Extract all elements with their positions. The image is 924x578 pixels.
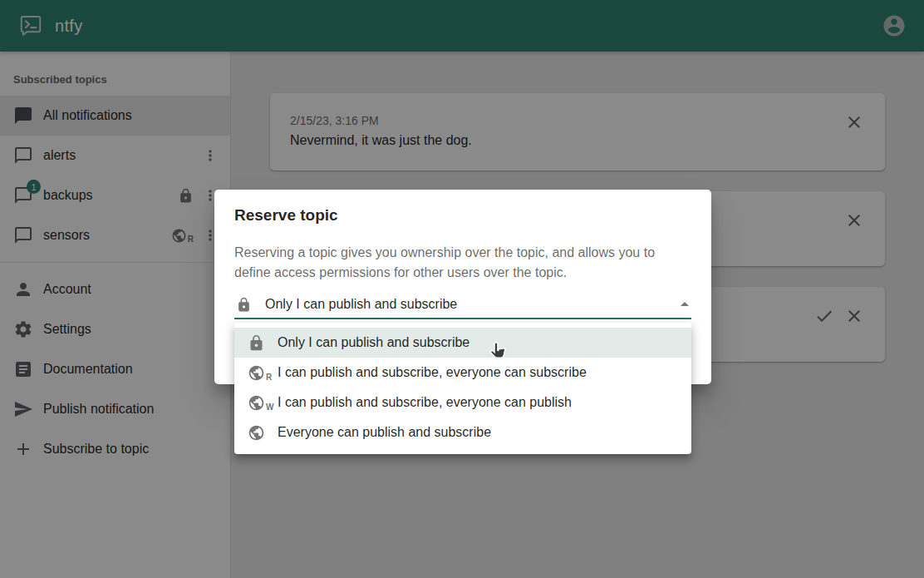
lock-icon	[236, 297, 252, 313]
menu-option-label: I can publish and subscribe, everyone ca…	[278, 395, 572, 410]
globe-read-icon: R	[248, 364, 278, 382]
menu-option-only-me[interactable]: Only I can publish and subscribe	[234, 328, 691, 358]
menu-option-everyone-read[interactable]: R I can publish and subscribe, everyone …	[234, 358, 691, 388]
menu-option-everyone-read-write[interactable]: Everyone can publish and subscribe	[234, 417, 691, 447]
globe-icon	[248, 424, 278, 442]
menu-option-label: Only I can publish and subscribe	[278, 335, 469, 350]
chevron-up-icon	[675, 294, 695, 314]
globe-write-icon: W	[248, 394, 278, 412]
lock-icon	[248, 334, 278, 352]
app-window: ntfy Subscribed topics All notifications…	[0, 0, 924, 578]
menu-option-label: I can publish and subscribe, everyone ca…	[278, 365, 587, 380]
access-permission-select[interactable]: Only I can publish and subscribe	[234, 291, 691, 319]
menu-option-label: Everyone can publish and subscribe	[278, 425, 491, 440]
dialog-description: Reserving a topic gives you ownership ov…	[234, 243, 691, 283]
access-permission-menu: Only I can publish and subscribe R I can…	[234, 323, 691, 454]
select-value: Only I can publish and subscribe	[265, 297, 675, 312]
menu-option-everyone-write[interactable]: W I can publish and subscribe, everyone …	[234, 388, 691, 417]
dialog-title: Reserve topic	[234, 206, 338, 225]
